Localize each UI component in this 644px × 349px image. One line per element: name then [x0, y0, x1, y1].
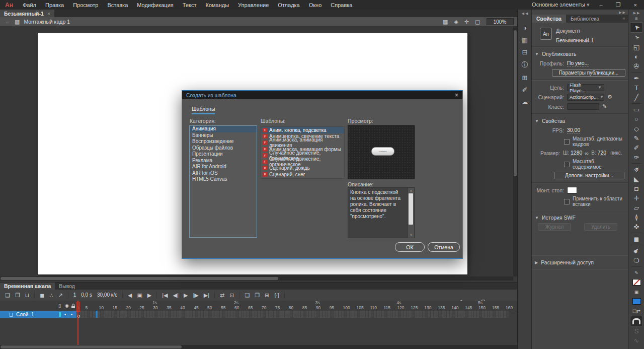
script-settings-icon[interactable]: ⚙ [607, 94, 612, 100]
fill-frame-icon[interactable]: ▣ [630, 287, 642, 297]
layer-visibility-dot[interactable]: • [64, 312, 66, 317]
fill-color-swatch[interactable] [630, 297, 642, 306]
layer-name[interactable]: Слой_1 [16, 312, 34, 317]
step-back-one-icon[interactable]: ◀| [173, 292, 179, 299]
default-swap-colors-icon[interactable]: ❏⇄ [630, 306, 642, 316]
scrollbar-thumb[interactable] [409, 193, 413, 225]
timeline-tab-Вывод[interactable]: Вывод [55, 283, 79, 290]
menu-Вставка[interactable]: Вставка [103, 2, 132, 8]
width-tool[interactable]: ≬ [630, 213, 642, 222]
template-item[interactable]: FСценарий, снег [261, 171, 344, 178]
step-forward-icon[interactable]: ▶ [147, 292, 151, 299]
eraser-tool[interactable]: ▱ [630, 203, 642, 213]
dialog-close-icon[interactable]: × [455, 92, 458, 99]
fluid-brush-tool[interactable]: ✑ [630, 153, 642, 162]
cc-libraries-panel-icon[interactable]: ☁ [518, 98, 532, 106]
class-edit-icon[interactable]: ✎ [602, 103, 607, 110]
swatches-panel-icon[interactable]: ▦ [518, 36, 532, 44]
document-name[interactable]: Безымянный-1 [556, 37, 594, 43]
category-list[interactable]: АнимацияБаннерыВоспроизведениеОбразцы фа… [189, 125, 257, 238]
pressure-icon[interactable]: S [630, 326, 642, 336]
hand-tool[interactable]: ☛ [630, 246, 642, 256]
timeline-scrollbar[interactable] [0, 345, 517, 349]
onion-skin-outlines-icon[interactable]: ❐ [255, 292, 260, 299]
description-scrollbar[interactable]: ∧ ∨ [408, 188, 414, 238]
scroll-up-icon[interactable]: ∧ [408, 189, 414, 193]
template-item[interactable]: FСлучайное движение, органическое [261, 159, 344, 165]
category-item[interactable]: Презентации [190, 151, 257, 158]
tilt-icon[interactable]: ∿ [630, 336, 642, 345]
outline-column-icon[interactable]: ▯ [58, 303, 61, 308]
paint-bucket-tool[interactable]: ◣ [630, 174, 642, 184]
stage-horizontal-scrollbar[interactable] [0, 276, 513, 281]
info-panel-icon[interactable]: ⓘ [518, 60, 532, 69]
edit-multiple-frames-icon[interactable]: ⊞ [265, 292, 269, 299]
stage-color-swatch[interactable] [567, 187, 577, 193]
loop-range-icon[interactable]: ⊡ [229, 292, 234, 299]
section-swf-history[interactable]: ▼ История SWF [532, 213, 628, 222]
target-dropdown[interactable]: Flash Playe... ▼ [567, 84, 604, 91]
menu-Текст[interactable]: Текст [178, 2, 201, 8]
menu-Управление[interactable]: Управление [233, 2, 273, 8]
graph-editor-icon[interactable]: ↗ [58, 292, 62, 299]
section-publish[interactable]: ▼ Опубликовать [532, 49, 628, 58]
menu-Файл[interactable]: Файл [18, 2, 41, 8]
layer-lock-dot[interactable]: • [71, 312, 72, 317]
oval-tool[interactable]: ○ [630, 114, 642, 124]
menu-Просмотр[interactable]: Просмотр [68, 2, 103, 8]
zoom-level-select[interactable]: 100% [487, 18, 514, 25]
panel-menu-icon[interactable]: ≡ [622, 16, 625, 22]
rectangle-tool[interactable]: ▭ [630, 105, 642, 114]
pen-tool[interactable]: ✒ [630, 74, 642, 83]
app-logo[interactable]: Ан [0, 2, 18, 9]
lasso-tool[interactable]: ✇ [630, 61, 642, 71]
menu-Команды[interactable]: Команды [201, 2, 233, 8]
scrollbar-thumb[interactable] [1, 345, 182, 348]
color-panel-icon[interactable]: ◑ [518, 24, 532, 32]
menu-Правка[interactable]: Правка [41, 2, 68, 8]
workspace-switcher[interactable]: Основные элементы ▾ [532, 2, 589, 8]
templates-tab[interactable]: Шаблоны [192, 106, 215, 114]
template-item[interactable]: FАним. кнопка, подсветка [261, 127, 344, 133]
polystar-tool[interactable]: ◇ [630, 124, 642, 133]
cancel-button[interactable]: Отмена [428, 242, 460, 252]
close-tab-icon[interactable]: × [47, 11, 50, 17]
camera-icon[interactable]: ◼ [40, 292, 44, 299]
go-to-last-frame-icon[interactable]: ▶| [204, 292, 209, 299]
stroke-color-swatch[interactable] [630, 277, 642, 287]
breadcrumb[interactable]: Монтажный кадр 1 [24, 19, 70, 25]
align-panel-icon[interactable]: ⊟ [518, 48, 532, 56]
clip-content-icon[interactable]: ▢ [475, 19, 480, 25]
link-dimensions-icon[interactable]: ∞ [585, 150, 589, 156]
subselection-tool[interactable]: ➢ [630, 33, 642, 42]
go-to-first-frame-icon[interactable]: |◀ [162, 292, 168, 299]
text-tool[interactable]: T [630, 83, 642, 93]
height-value[interactable]: 720 [598, 150, 607, 156]
tab-Свойства[interactable]: Свойства [532, 15, 566, 23]
category-item[interactable]: Образцы файлов [190, 145, 257, 152]
scroll-down-icon[interactable]: ∨ [408, 233, 414, 237]
timeline-ruler[interactable]: 1510152025303540455055606570758085909510… [76, 301, 517, 311]
category-item[interactable]: Реклама [190, 158, 257, 164]
transform-panel-icon[interactable]: ⊞ [518, 74, 532, 82]
brush-library-panel-icon[interactable]: ✐ [518, 86, 532, 94]
close-button[interactable]: × [631, 2, 640, 8]
timeline-tab-Временная шкала[interactable]: Временная шкала [0, 283, 55, 290]
frame-rate-readout[interactable]: 30,00 к/с [97, 292, 117, 298]
selection-tool[interactable]: ➤ [630, 22, 643, 33]
elapsed-time-readout[interactable]: 0,0 s [81, 292, 92, 298]
onion-skin-icon[interactable]: ❏ [245, 292, 250, 299]
fps-value[interactable]: 30,00 [567, 127, 580, 133]
playhead-line[interactable] [77, 301, 78, 345]
menu-Справка[interactable]: Справка [326, 2, 357, 8]
new-folder-icon[interactable]: ❐ [15, 292, 20, 299]
scrollbar-thumb[interactable] [514, 30, 517, 176]
frames-row[interactable] [76, 311, 509, 318]
lock-column-icon[interactable] [71, 306, 75, 308]
classic-brush-tool[interactable]: ✐ [630, 143, 642, 153]
dialog-title-bar[interactable]: Создать из шаблона × [182, 91, 462, 99]
tab-Библиотека[interactable]: Библиотека [566, 15, 604, 23]
step-back-icon[interactable]: ◀ [128, 292, 132, 299]
category-item[interactable]: Баннеры [190, 132, 257, 139]
stroke-color-pencil-icon[interactable]: ✎ [630, 268, 642, 277]
